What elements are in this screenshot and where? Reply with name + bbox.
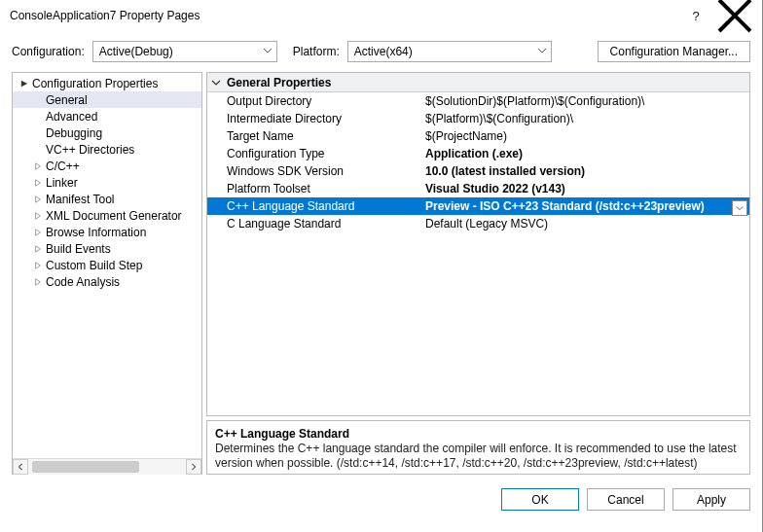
tree-item-label: Custom Build Step xyxy=(46,259,142,272)
tree-item[interactable]: Code Analysis xyxy=(13,273,201,290)
scroll-left-icon[interactable] xyxy=(13,459,28,475)
apply-button[interactable]: Apply xyxy=(672,488,750,511)
collapsed-triangle-icon xyxy=(32,210,44,222)
configuration-value: Active(Debug) xyxy=(99,45,173,58)
collapsed-triangle-icon xyxy=(32,276,44,288)
property-grid: General Properties Output Directory$(Sol… xyxy=(206,72,750,416)
ok-button[interactable]: OK xyxy=(501,488,579,511)
description-text: Determines the C++ language standard the… xyxy=(215,442,742,471)
scroll-right-icon[interactable] xyxy=(186,459,201,475)
tree-root-node[interactable]: Configuration Properties xyxy=(13,75,201,91)
tree-item[interactable]: XML Document Generator xyxy=(13,207,201,224)
property-value[interactable]: $(SolutionDir)$(Platform)\$(Configuratio… xyxy=(423,94,749,108)
collapsed-triangle-icon xyxy=(32,260,44,271)
tree-item-label: VC++ Directories xyxy=(46,143,134,157)
tree-item-label: General xyxy=(46,93,88,107)
collapsed-triangle-icon xyxy=(32,243,44,255)
tree-horizontal-scrollbar[interactable] xyxy=(13,458,201,474)
property-name: C++ Language Standard xyxy=(207,199,423,213)
tree-item[interactable]: Browse Information xyxy=(13,224,201,240)
platform-combo[interactable]: Active(x64) xyxy=(347,41,552,62)
expanded-triangle-icon xyxy=(18,78,30,89)
configuration-toolbar: Configuration: Active(Debug) Platform: A… xyxy=(0,31,762,72)
property-value[interactable]: 10.0 (latest installed version) xyxy=(423,164,749,178)
tree-item-label: XML Document Generator xyxy=(46,209,182,223)
platform-value: Active(x64) xyxy=(354,45,413,58)
scrollbar-thumb[interactable] xyxy=(32,461,139,473)
window-title: ConsoleApplication7 Property Pages xyxy=(10,9,676,22)
property-value[interactable]: Application (.exe) xyxy=(423,147,749,160)
tree-panel: Configuration Properties GeneralAdvanced… xyxy=(12,72,202,475)
tree-spacer xyxy=(32,111,44,123)
property-value[interactable]: $(Platform)\$(Configuration)\ xyxy=(423,112,749,125)
property-row[interactable]: Output Directory$(SolutionDir)$(Platform… xyxy=(207,92,749,110)
dialog-footer: OK Cancel Apply xyxy=(0,482,762,511)
tree-spacer xyxy=(32,94,44,106)
property-name: Platform Toolset xyxy=(207,182,423,195)
property-value[interactable]: Default (Legacy MSVC) xyxy=(423,217,749,231)
tree-item[interactable]: VC++ Directories xyxy=(13,141,201,158)
help-button[interactable]: ? xyxy=(676,2,715,29)
tree-item-label: Code Analysis xyxy=(46,275,120,289)
dropdown-button[interactable] xyxy=(732,200,747,216)
property-row[interactable]: Platform ToolsetVisual Studio 2022 (v143… xyxy=(207,180,749,197)
property-name: Target Name xyxy=(207,129,423,143)
category-label: General Properties xyxy=(227,76,331,89)
tree-item[interactable]: Custom Build Step xyxy=(13,257,201,273)
tree-item[interactable]: Debugging xyxy=(13,124,201,141)
close-button[interactable] xyxy=(715,2,754,29)
collapsed-triangle-icon xyxy=(32,177,44,189)
collapsed-triangle-icon xyxy=(32,227,44,238)
scrollbar-track[interactable] xyxy=(28,459,186,475)
property-name: Output Directory xyxy=(207,94,423,108)
tree-item[interactable]: General xyxy=(13,91,201,108)
tree-item[interactable]: Linker xyxy=(13,174,201,191)
cancel-button[interactable]: Cancel xyxy=(587,488,665,511)
collapsed-triangle-icon xyxy=(32,160,44,172)
tree-item[interactable]: C/C++ xyxy=(13,158,201,174)
property-value[interactable]: Visual Studio 2022 (v143) xyxy=(423,182,749,195)
configuration-label: Configuration: xyxy=(12,45,85,58)
property-category-header[interactable]: General Properties xyxy=(207,73,749,92)
tree-item-label: Linker xyxy=(46,176,78,190)
collapsed-triangle-icon xyxy=(32,194,44,205)
property-row[interactable]: Intermediate Directory$(Platform)\$(Conf… xyxy=(207,110,749,127)
tree-item-label: Debugging xyxy=(46,126,102,140)
property-name: Windows SDK Version xyxy=(207,164,423,178)
tree-spacer xyxy=(32,144,44,156)
property-name: Configuration Type xyxy=(207,147,423,160)
property-row[interactable]: Target Name$(ProjectName) xyxy=(207,127,749,145)
tree-root-label: Configuration Properties xyxy=(32,77,158,90)
property-name: C Language Standard xyxy=(207,217,423,231)
tree-item[interactable]: Advanced xyxy=(13,108,201,124)
property-row[interactable]: C++ Language StandardPreview - ISO C++23… xyxy=(207,197,749,215)
tree-item-label: Build Events xyxy=(46,242,111,256)
tree-item[interactable]: Manifest Tool xyxy=(13,191,201,207)
property-name: Intermediate Directory xyxy=(207,112,423,125)
description-panel: C++ Language Standard Determines the C++… xyxy=(206,420,750,475)
tree-item[interactable]: Build Events xyxy=(13,240,201,257)
chevron-down-icon xyxy=(211,78,221,88)
title-bar: ConsoleApplication7 Property Pages ? xyxy=(0,0,762,31)
tree-item-label: C/C++ xyxy=(46,160,80,173)
description-title: C++ Language Standard xyxy=(215,427,742,441)
property-value[interactable]: Preview - ISO C++23 Standard (/std:c++23… xyxy=(423,199,749,213)
chevron-down-icon xyxy=(537,46,547,55)
configuration-manager-button[interactable]: Configuration Manager... xyxy=(598,41,750,62)
property-value[interactable]: $(ProjectName) xyxy=(423,129,749,143)
tree-spacer xyxy=(32,127,44,139)
platform-label: Platform: xyxy=(293,45,340,58)
chevron-down-icon xyxy=(263,46,272,55)
configuration-tree[interactable]: Configuration Properties GeneralAdvanced… xyxy=(13,73,201,458)
property-row[interactable]: C Language StandardDefault (Legacy MSVC) xyxy=(207,215,749,232)
tree-item-label: Manifest Tool xyxy=(46,193,114,206)
configuration-combo[interactable]: Active(Debug) xyxy=(92,41,277,62)
tree-item-label: Browse Information xyxy=(46,226,146,239)
tree-item-label: Advanced xyxy=(46,110,97,124)
property-row[interactable]: Windows SDK Version10.0 (latest installe… xyxy=(207,162,749,180)
property-row[interactable]: Configuration TypeApplication (.exe) xyxy=(207,145,749,162)
